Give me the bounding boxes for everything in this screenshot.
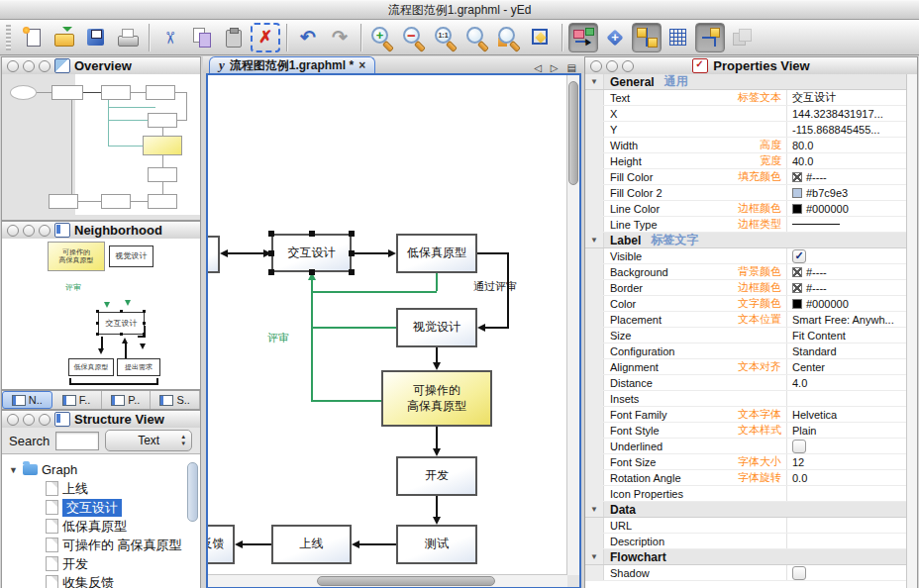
property-row-fill-color[interactable]: Fill Color填充颜色#---- [585, 169, 907, 185]
property-value[interactable]: #---- [786, 169, 907, 184]
property-value[interactable]: 144.3238431917... [786, 106, 907, 121]
property-row-font-family[interactable]: Font Family文本字体Helvetica [585, 407, 907, 423]
tree-root[interactable]: ▼Graph [2, 460, 200, 479]
zoom-1-1-button[interactable]: 1:1 [431, 23, 460, 52]
selection-handle[interactable] [349, 269, 355, 275]
property-row-x[interactable]: X144.3238431917... [585, 106, 907, 122]
toolbar-grip[interactable] [6, 25, 11, 50]
node-requirement[interactable] [208, 236, 220, 273]
copy-button[interactable] [187, 23, 217, 52]
node-lofi-prototype[interactable]: 低保真原型 [396, 234, 477, 273]
property-row-text[interactable]: Text标签文本交互设计 [585, 90, 907, 106]
neighborhood-node[interactable]: 提出需求 [117, 358, 160, 376]
selection-handle[interactable] [349, 250, 355, 256]
horizontal-scrollbar-thumb[interactable] [317, 576, 495, 586]
property-row-y[interactable]: Y-115.868845455... [585, 122, 907, 138]
property-value[interactable]: #---- [786, 280, 907, 295]
edit-mode-button[interactable]: ▲ [568, 23, 598, 52]
window-control[interactable] [7, 414, 19, 426]
cut-button[interactable]: ✂ [155, 23, 185, 52]
vertical-scrollbar[interactable] [566, 75, 579, 575]
window-control[interactable] [39, 414, 51, 426]
property-value[interactable]: 12 [786, 454, 907, 469]
grid-button[interactable] [664, 23, 693, 52]
tree-item--[interactable]: 低保真原型 [2, 517, 200, 536]
property-row-url[interactable]: URL [585, 518, 907, 534]
orthogonal-edges-button[interactable] [695, 23, 725, 52]
fit-page-button[interactable] [494, 23, 524, 52]
property-value[interactable]: #000000 [786, 201, 907, 216]
node-test[interactable]: 测试 [396, 525, 477, 564]
panel-tab-p-[interactable]: P.. [102, 391, 152, 409]
property-value[interactable]: Fit Content [786, 328, 907, 343]
property-row-description[interactable]: Description [585, 534, 907, 549]
property-row-height[interactable]: Height宽度40.0 [585, 153, 907, 169]
section-collapse-icon[interactable]: ▼ [585, 74, 604, 89]
property-value[interactable]: 4.0 [786, 375, 907, 390]
property-row-color[interactable]: Color文字颜色#000000 [585, 296, 907, 312]
neighborhood-node[interactable]: 视觉设计 [109, 245, 153, 267]
new-document-button[interactable] [18, 23, 48, 52]
section-collapse-icon[interactable]: ▼ [585, 502, 604, 517]
selection-handle[interactable] [268, 250, 274, 256]
properties-scrollbar[interactable] [906, 74, 917, 588]
property-value[interactable]: Smart Free: Anywh... [786, 312, 907, 327]
snap-lines-button[interactable] [632, 23, 662, 52]
property-section-flowchart[interactable]: ▼Flowchart [585, 549, 907, 565]
window-control[interactable] [23, 225, 35, 237]
property-row-placement[interactable]: Placement文本位置Smart Free: Anywh... [585, 312, 907, 328]
property-value[interactable]: #---- [786, 264, 907, 279]
property-value[interactable] [786, 217, 907, 232]
tree-item--[interactable]: 交互设计 [2, 498, 200, 517]
property-row-alignment[interactable]: Alignment文本对齐Center [585, 359, 907, 375]
section-collapse-icon[interactable]: ▼ [585, 233, 604, 247]
prev-tab-icon[interactable]: ◁ [534, 62, 542, 73]
property-value[interactable]: Helvetica [786, 407, 907, 422]
property-value[interactable] [786, 565, 907, 580]
property-value[interactable]: #000000 [786, 296, 907, 311]
node-develop[interactable]: 开发 [396, 456, 477, 496]
node-visual-design[interactable]: 视觉设计 [396, 308, 477, 347]
window-control[interactable] [23, 414, 35, 426]
property-row-size[interactable]: SizeFit Content [585, 328, 907, 343]
window-control[interactable] [23, 60, 35, 72]
panel-tab-f-[interactable]: F.. [52, 391, 102, 409]
selection-handle[interactable] [268, 231, 274, 237]
paste-button[interactable] [219, 23, 249, 52]
zoom-in-button[interactable]: + [367, 23, 397, 52]
property-section-label[interactable]: ▼Label标签文字 [585, 233, 907, 248]
collapse-triangle-icon[interactable]: ▼ [8, 465, 19, 475]
node-launch[interactable]: 上线 [271, 525, 352, 564]
property-row-line-type[interactable]: Line Type边框类型 [585, 217, 907, 233]
panel-tab-n-[interactable]: N.. [2, 391, 52, 409]
node-interaction-design[interactable]: 交互设计 [271, 234, 352, 272]
neighborhood-view[interactable]: 可操作的 高保真原型视觉设计交互设计低保真原型提出需求评审 [2, 239, 200, 389]
property-row-visible[interactable]: Visible✓ [585, 248, 907, 264]
window-control[interactable] [39, 225, 51, 237]
property-row-insets[interactable]: Insets [585, 391, 907, 407]
search-input[interactable] [55, 432, 99, 450]
property-value[interactable]: 80.0 [786, 138, 907, 152]
open-button[interactable] [50, 23, 79, 52]
tree-item--[interactable]: 收集反馈 [2, 573, 200, 588]
checkbox-unchecked[interactable] [792, 566, 806, 580]
overview-minimap[interactable] [2, 74, 200, 220]
pan-mode-button[interactable]: + [600, 23, 630, 52]
selection-handle[interactable] [309, 231, 315, 237]
property-value[interactable] [786, 391, 907, 406]
property-value[interactable] [786, 439, 907, 453]
node-feedback[interactable]: 收集反馈 [208, 525, 235, 564]
zoom-out-button[interactable]: − [399, 23, 429, 52]
property-section-general[interactable]: ▼General通用 [585, 74, 907, 90]
property-row-configuration[interactable]: ConfigurationStandard [585, 343, 907, 359]
property-value[interactable]: -115.868845455... [786, 122, 907, 137]
tree-scrollbar-thumb[interactable] [187, 462, 198, 522]
selection-handle[interactable] [268, 269, 274, 275]
property-row-line-color[interactable]: Line Color边框颜色#000000 [585, 201, 907, 217]
property-value[interactable] [786, 518, 907, 533]
save-button[interactable] [81, 23, 111, 52]
tree-item--[interactable]: 上线 [2, 479, 200, 498]
window-control[interactable] [7, 225, 19, 237]
checkbox-unchecked[interactable] [792, 440, 806, 453]
property-value[interactable]: Standard [786, 343, 907, 358]
